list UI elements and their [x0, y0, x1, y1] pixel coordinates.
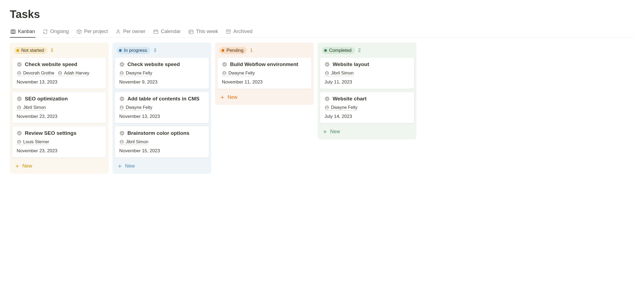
week-icon	[188, 29, 194, 34]
status-label: Completed	[329, 48, 351, 53]
status-pill-notstarted[interactable]: Not started	[14, 47, 47, 54]
column-count: 2	[358, 48, 360, 53]
assignee-name: Dwayne Felty	[126, 71, 152, 76]
task-card[interactable]: Website layout Jibril Simon July 11, 202…	[320, 57, 414, 89]
column-completed: Completed 2 Website layout Jibril Simon …	[318, 43, 416, 139]
person-icon	[17, 139, 22, 144]
new-label: New	[330, 129, 340, 135]
card-title: Website layout	[333, 61, 369, 67]
assignee-chip[interactable]: Dwayne Felty	[119, 105, 152, 111]
column-count: 1	[250, 48, 252, 53]
person-icon	[222, 71, 227, 76]
card-title: Check website speed	[127, 61, 180, 67]
card-title: Add table of contents in CMS	[127, 96, 199, 102]
card-title: Brainstorm color options	[127, 130, 189, 136]
card-title-row: Check website speed	[119, 61, 204, 67]
status-pill-pending[interactable]: Pending	[219, 47, 247, 54]
task-card[interactable]: Add table of contents in CMS Dwayne Felt…	[115, 92, 209, 123]
status-label: Not started	[21, 48, 44, 53]
card-date: November 11, 2023	[222, 79, 307, 85]
assignee-name: Dwayne Felty	[228, 71, 255, 76]
plus-icon	[117, 164, 122, 169]
new-card-button[interactable]: New	[320, 126, 414, 136]
assignee-chip[interactable]: Dwayne Felty	[119, 71, 152, 76]
page-title: Tasks	[10, 8, 634, 20]
column-pending: Pending 1 Build Webflow environment Dway…	[215, 43, 314, 105]
tab-this-week[interactable]: This week	[188, 27, 219, 38]
status-dot-icon	[222, 49, 224, 52]
assignee-chip[interactable]: Devorah Grothe	[17, 71, 54, 76]
task-card[interactable]: Check website speed Dwayne Felty Novembe…	[115, 57, 209, 89]
checkmark-icon	[324, 96, 330, 102]
assignee-name: Devorah Grothe	[23, 71, 54, 76]
assignee-chip[interactable]: Jibril Simon	[119, 139, 148, 145]
tab-per-project[interactable]: Per project	[76, 27, 108, 38]
board-icon	[10, 29, 16, 34]
card-date: November 23, 2023	[17, 114, 102, 119]
kanban-board: Not started 3 Check website speed Devora…	[10, 43, 634, 174]
card-title-row: Website layout	[324, 61, 410, 67]
checkmark-icon	[324, 62, 330, 67]
person-icon	[119, 105, 124, 110]
tab-label: Ongoing	[50, 29, 69, 34]
card-date: November 13, 2023	[119, 114, 204, 119]
new-card-button[interactable]: New	[115, 160, 209, 170]
tab-ongoing[interactable]: Ongoing	[42, 27, 69, 38]
assignee-name: Jibril Simon	[23, 105, 46, 110]
card-date: July 11, 2023	[324, 79, 410, 85]
column-count: 3	[154, 48, 156, 53]
assignee-chip[interactable]: Dwayne Felty	[222, 71, 255, 76]
task-card[interactable]: SEO optimization Jibril Simon November 2…	[12, 92, 106, 123]
assignee-list: Dwayne Felty	[222, 71, 307, 76]
card-title-row: Website chart	[324, 96, 410, 102]
assignee-chip[interactable]: Louis Sterner	[17, 139, 49, 145]
tab-label: This week	[196, 29, 218, 34]
assignee-list: Jibril Simon	[324, 71, 410, 76]
assignee-list: Dwayne Felty	[324, 105, 410, 111]
column-header: Not started 3	[12, 46, 106, 57]
new-card-button[interactable]: New	[12, 160, 106, 170]
person-icon	[119, 71, 124, 76]
assignee-list: Jibril Simon	[119, 139, 204, 145]
new-card-button[interactable]: New	[217, 92, 312, 101]
status-dot-icon	[324, 49, 327, 52]
column-notstarted: Not started 3 Check website speed Devora…	[10, 43, 109, 174]
new-label: New	[228, 94, 237, 100]
assignee-name: Louis Sterner	[23, 139, 49, 144]
column-inprogress: In progress 3 Check website speed Dwayne…	[112, 43, 211, 174]
assignee-name: Dwayne Felty	[126, 105, 152, 110]
assignee-chip[interactable]: Dwayne Felty	[324, 105, 357, 111]
tab-label: Kanban	[18, 29, 35, 34]
view-tabs: KanbanOngoingPer projectPer ownerCalenda…	[10, 27, 634, 38]
person-icon	[115, 29, 121, 34]
task-card[interactable]: Website chart Dwayne Felty July 14, 2023	[320, 92, 414, 123]
checkmark-icon	[17, 96, 22, 102]
assignee-name: Jibril Simon	[331, 71, 354, 76]
status-pill-completed[interactable]: Completed	[322, 47, 355, 54]
tab-archived[interactable]: Archived	[225, 27, 253, 38]
status-label: Pending	[226, 48, 243, 53]
column-header: Pending 1	[217, 46, 312, 57]
assignee-chip[interactable]: Jibril Simon	[324, 71, 354, 76]
tab-per-owner[interactable]: Per owner	[115, 27, 146, 38]
assignee-chip[interactable]: Jibril Simon	[17, 105, 46, 111]
card-title-row: Build Webflow environment	[222, 61, 307, 67]
plus-icon	[323, 129, 327, 134]
card-title-row: Check website speed	[17, 61, 102, 67]
card-date: November 9, 2023	[119, 79, 204, 85]
checkmark-icon	[119, 130, 125, 136]
calendar-icon	[153, 29, 159, 34]
task-card[interactable]: Brainstorm color options Jibril Simon No…	[115, 126, 209, 158]
status-pill-inprogress[interactable]: In progress	[117, 47, 150, 54]
card-title: Check website speed	[25, 61, 77, 67]
task-card[interactable]: Build Webflow environment Dwayne Felty N…	[217, 57, 312, 89]
card-date: November 23, 2023	[17, 148, 102, 154]
person-icon	[17, 71, 22, 76]
tab-calendar[interactable]: Calendar	[153, 27, 181, 38]
tab-kanban[interactable]: Kanban	[10, 27, 35, 38]
assignee-name: Adah Harvey	[64, 71, 90, 76]
task-card[interactable]: Check website speed Devorah Grothe Adah …	[12, 57, 106, 89]
task-card[interactable]: Review SEO settings Louis Sterner Novemb…	[12, 126, 106, 158]
assignee-chip[interactable]: Adah Harvey	[58, 71, 90, 76]
new-label: New	[22, 163, 32, 169]
